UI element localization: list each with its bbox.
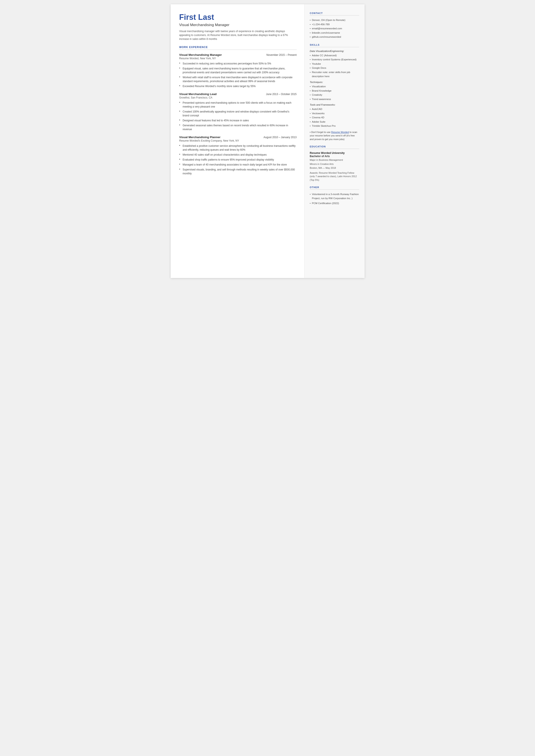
bullet-3-1: Established a positive customer service … [179, 144, 297, 152]
bullet-1-4: Exceeded Resume Worded's monthly store s… [179, 84, 297, 88]
contact-item-2: email@resumeworded.com [310, 26, 359, 31]
bullet-2-4: Generated seasonal sales themes based on… [179, 124, 297, 131]
other-item-1: PCM Certification (2022) [310, 201, 359, 205]
contact-item-4: github.com/resumeworded [310, 35, 359, 39]
resume-worded-link[interactable]: Resume Worded [331, 131, 349, 133]
skills-list-0: Adobe CC (Advanced) Inventory control Sy… [310, 53, 359, 79]
job-position-1: Visual Merchandising Manager [179, 53, 222, 56]
job-header-1: Visual Merchandising Manager November 20… [179, 53, 297, 56]
job-header-3: Visual Merchandising Planner August 2010… [179, 136, 297, 139]
education-degree: Bachelor of Arts [310, 155, 359, 158]
skill-2-1: Vectoworks [310, 111, 359, 116]
name-title-block: First Last Visual Merchandising Manager … [179, 13, 297, 41]
skills-cat-0-title: Data Visualization/Engineering: [310, 50, 359, 52]
resume-container: First Last Visual Merchandising Manager … [171, 4, 365, 278]
contact-item-0: Denver, OH (Open to Remote) [310, 18, 359, 22]
other-header: OTHER [310, 186, 359, 190]
skills-list-2: AutoCAD Vectoworks Cinema 4D Adobe Suite… [310, 107, 359, 128]
bullet-2-2: Created 100% aesthetically appealing ins… [179, 110, 297, 118]
education-minor: Minors in Creative Arts [310, 162, 359, 166]
job-block-2: Visual Merchandising Lead June 2013 – Oc… [179, 93, 297, 131]
job-company-3: Resume Worded's Exciting Company, New Yo… [179, 139, 297, 142]
job-dates-3: August 2010 – January 2013 [264, 136, 296, 139]
skill-1-2: Creativity [310, 93, 359, 97]
education-school: Resume Worded University [310, 152, 359, 154]
job-header-2: Visual Merchandising Lead June 2013 – Oc… [179, 93, 297, 96]
skill-0-2: Youtube [310, 62, 359, 66]
contact-list: Denver, OH (Open to Remote) +1-234-456-7… [310, 18, 359, 39]
bullet-2-3: Designed visual features that led to 45%… [179, 119, 297, 123]
bullet-1-1: Succeeded in reducing zero selling acces… [179, 62, 297, 66]
education-awards: Awards: Resume Worded Teaching Fellow (o… [310, 171, 359, 182]
skills-header: SKILLS [310, 43, 359, 47]
contact-item-1: +1-234-456-789 [310, 22, 359, 27]
job-bullets-3: Established a positive customer service … [179, 144, 297, 176]
job-block-3: Visual Merchandising Planner August 2010… [179, 136, 297, 176]
bullet-3-5: Supervised visuals, branding, and sell t… [179, 168, 297, 176]
skill-0-4: Recruiter note: enter skills from job de… [310, 70, 359, 79]
education-header: EDUCATION [310, 145, 359, 149]
other-item-0: Volunteered in a 3-month Runway Fashion … [310, 192, 359, 200]
skills-list-1: Visualization Brand Knowledge Creativity… [310, 84, 359, 101]
skill-0-1: Inventory control Systems (Experienced) [310, 58, 359, 62]
skill-2-0: AutoCAD [310, 107, 359, 111]
job-company-1: Resume Worded, New York, NY [179, 57, 297, 60]
job-dates-2: June 2013 – October 2015 [266, 93, 296, 96]
contact-header: CONTACT [310, 12, 359, 15]
resume-worded-note: • Don't forget to use Resume Worded to s… [310, 130, 359, 141]
job-title: Visual Merchandising Manager [179, 23, 297, 27]
bullet-2-1: Presented opinions and merchandising opt… [179, 101, 297, 109]
skill-2-4: Trimble Sketchuo Pro [310, 124, 359, 128]
job-position-2: Visual Merchandising Lead [179, 93, 217, 96]
summary: Visual merchandising manager with twelve… [179, 29, 297, 41]
job-position-3: Visual Merchandising Planner [179, 136, 221, 139]
left-column: First Last Visual Merchandising Manager … [171, 4, 304, 278]
bullet-1-3: Worked with retail staff to ensure that … [179, 75, 297, 83]
skill-0-3: Google Docs [310, 66, 359, 70]
skill-2-2: Cinema 4D [310, 116, 359, 120]
education-location-date: Boston, MA — May 2018 [310, 166, 359, 170]
bullet-3-4: Managed a team of 40 merchandising assoc… [179, 163, 297, 167]
other-list: Volunteered in a 3-month Runway Fashion … [310, 192, 359, 205]
job-bullets-2: Presented opinions and merchandising opt… [179, 101, 297, 131]
job-block-1: Visual Merchandising Manager November 20… [179, 53, 297, 88]
skills-cat-2-title: Tools and Frameworks: [310, 103, 359, 106]
full-name: First Last [179, 13, 297, 21]
bullet-1-2: Equipped visual, sales and merchandising… [179, 67, 297, 74]
education-major: Major in Business Management [310, 158, 359, 162]
work-experience-header: WORK EXPERIENCE [179, 46, 297, 50]
job-company-2: Growthsi, San Francisco, CA [179, 96, 297, 99]
skill-2-3: Adobe Suite [310, 120, 359, 124]
contact-item-3: linkedin.com/in/username [310, 31, 359, 35]
skills-cat-1-title: Techniques: [310, 81, 359, 83]
skill-0-0: Adobe CC (Advanced) [310, 53, 359, 58]
right-column: CONTACT Denver, OH (Open to Remote) +1-2… [304, 4, 365, 278]
skill-1-3: Trend awareness [310, 97, 359, 101]
skill-1-1: Brand Knowledge [310, 89, 359, 93]
job-dates-1: November 2015 – Present [266, 53, 296, 56]
bullet-3-3: Evaluated shop traffic patterns to ensur… [179, 158, 297, 162]
skill-1-0: Visualization [310, 84, 359, 89]
job-bullets-1: Succeeded in reducing zero selling acces… [179, 62, 297, 88]
bullet-3-2: Mentored 40 sales staff on product chara… [179, 153, 297, 157]
